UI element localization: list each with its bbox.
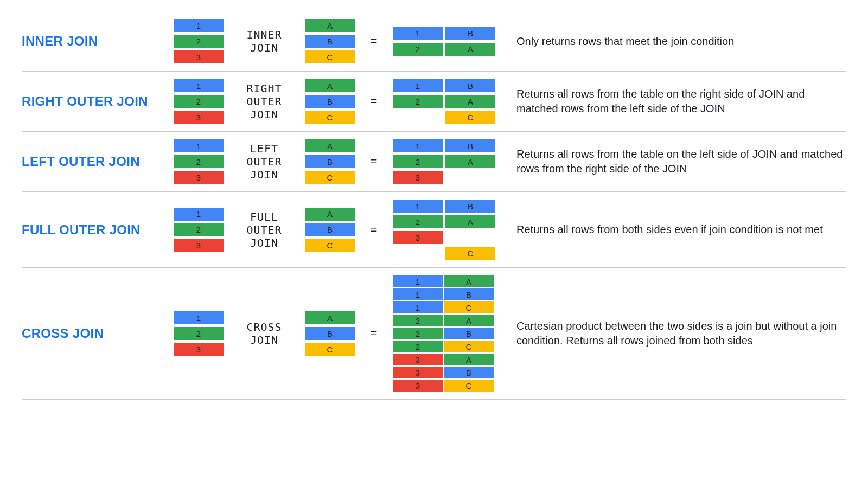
mini-table: BA [445, 27, 495, 56]
data-cell: B [305, 223, 355, 236]
mini-table: BA [445, 139, 495, 184]
mini-table: ABC [305, 311, 355, 356]
data-cell: 1 [393, 139, 443, 152]
mini-table: 12 [393, 79, 443, 124]
empty-cell [445, 231, 495, 244]
data-cell: A [305, 139, 355, 152]
mini-table: 123 [393, 139, 443, 184]
join-title: LEFT OUTER JOIN [22, 154, 163, 169]
data-cell: A [444, 315, 494, 326]
data-cell: C [445, 111, 495, 124]
equals-sign: = [366, 223, 382, 237]
mini-table: 12 [393, 27, 443, 56]
data-cell: 2 [174, 155, 224, 168]
data-cell: 2 [393, 155, 443, 168]
empty-cell [393, 247, 443, 260]
data-cell: 2 [393, 341, 443, 352]
mini-table: ABC [305, 79, 355, 124]
join-row: CROSS JOIN123CROSS JOINABC=111222333ABCA… [22, 267, 846, 400]
data-cell: C [444, 380, 494, 392]
mini-table: 123 [393, 200, 443, 260]
data-cell: A [445, 155, 495, 168]
data-cell: 3 [174, 50, 224, 63]
empty-cell [393, 111, 443, 124]
join-description: Returns all rows from the table on the l… [512, 147, 846, 176]
data-cell: B [445, 200, 495, 213]
data-cell: 1 [393, 288, 443, 300]
data-cell: 1 [393, 200, 443, 213]
data-cell: 1 [174, 311, 224, 324]
data-cell: 2 [393, 328, 443, 339]
data-cell: 3 [393, 354, 443, 365]
mini-table: 123 [174, 19, 224, 63]
data-cell: 1 [393, 275, 443, 287]
data-cell: C [305, 239, 355, 252]
data-cell: A [305, 311, 355, 324]
join-description: Only returns rows that meet the join con… [512, 34, 846, 49]
join-result: 12BAC [393, 79, 501, 124]
data-cell: C [445, 247, 495, 260]
join-description: Cartesian product between the two sides … [512, 319, 846, 348]
data-cell: B [305, 155, 355, 168]
data-cell: A [445, 215, 495, 228]
data-cell: 3 [393, 367, 443, 378]
mini-table: 123 [174, 208, 224, 252]
data-cell: 3 [393, 380, 443, 392]
data-cell: A [444, 354, 494, 365]
data-cell: 1 [174, 79, 224, 92]
join-result: 12BA [393, 27, 501, 56]
mini-table: 111222333 [393, 275, 443, 392]
data-cell: C [305, 171, 355, 184]
data-cell: B [445, 139, 495, 152]
data-cell: C [305, 50, 355, 63]
data-cell: C [305, 343, 355, 356]
data-cell: C [444, 341, 494, 352]
join-row: RIGHT OUTER JOIN123RIGHT OUTER JOINABC=1… [22, 71, 846, 131]
join-description: Returns all rows from the table on the r… [512, 87, 846, 116]
data-cell: A [305, 19, 355, 32]
data-cell: 3 [174, 239, 224, 252]
join-result: 123BAC [393, 200, 501, 260]
mini-table: ABC [305, 19, 355, 63]
data-cell: B [444, 328, 494, 339]
data-cell: A [445, 95, 495, 108]
data-cell: 1 [393, 27, 443, 40]
data-cell: 3 [393, 231, 443, 244]
data-cell: 1 [174, 139, 224, 152]
data-cell: 3 [174, 171, 224, 184]
join-operator-label: LEFT OUTER JOIN [234, 142, 294, 181]
join-operator-label: RIGHT OUTER JOIN [234, 82, 294, 121]
mini-table: 123 [174, 139, 224, 184]
data-cell: A [305, 208, 355, 221]
data-cell: B [445, 27, 495, 40]
data-cell: 2 [174, 327, 224, 340]
mini-table: 123 [174, 79, 224, 124]
data-cell: 2 [174, 223, 224, 236]
data-cell: 2 [174, 95, 224, 108]
data-cell: A [445, 43, 495, 56]
data-cell: B [305, 35, 355, 48]
join-title: CROSS JOIN [22, 326, 163, 341]
mini-table: ABCABCABC [444, 275, 494, 392]
join-result: 111222333ABCABCABC [393, 275, 501, 392]
join-operator-label: FULL OUTER JOIN [234, 210, 294, 249]
join-operator-label: CROSS JOIN [234, 320, 294, 347]
mini-table: ABC [305, 208, 355, 252]
data-cell: 2 [393, 43, 443, 56]
join-description: Returns all rows from both sides even if… [512, 222, 846, 237]
data-cell: A [444, 275, 494, 287]
mini-table: ABC [305, 139, 355, 184]
data-cell: B [305, 95, 355, 108]
join-title: FULL OUTER JOIN [22, 222, 163, 238]
join-result: 123BA [393, 139, 501, 184]
data-cell: 3 [393, 171, 443, 184]
empty-cell [445, 171, 495, 184]
data-cell: 1 [174, 19, 224, 32]
join-title: RIGHT OUTER JOIN [22, 94, 163, 109]
mini-table: BAC [445, 79, 495, 124]
equals-sign: = [366, 155, 382, 169]
data-cell: 3 [174, 111, 224, 124]
data-cell: 2 [393, 315, 443, 326]
sql-joins-diagram: INNER JOIN123INNER JOINABC=12BAOnly retu… [22, 11, 846, 400]
mini-table: 123 [174, 311, 224, 356]
